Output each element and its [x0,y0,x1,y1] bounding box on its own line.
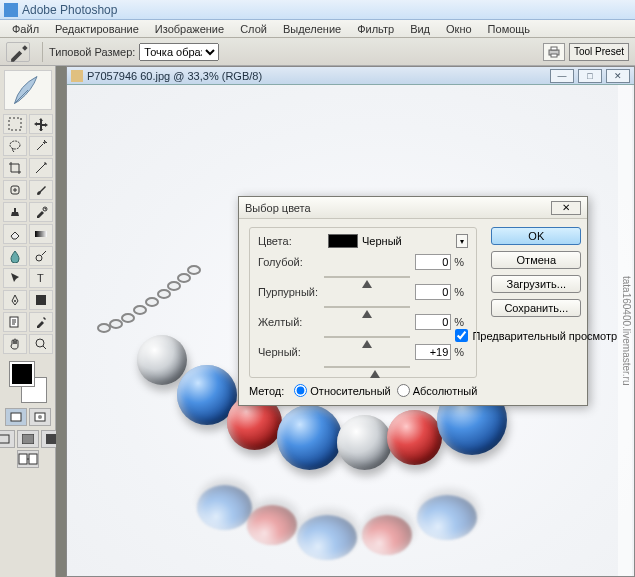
svg-point-10 [36,255,42,261]
wand-tool-icon[interactable] [29,136,53,156]
cancel-button[interactable]: Отмена [491,251,581,269]
yellow-value-input[interactable] [415,314,451,330]
eraser-tool-icon[interactable] [3,224,27,244]
path-select-tool-icon[interactable] [3,268,27,288]
magenta-slider[interactable] [324,300,410,314]
method-relative-radio[interactable]: Относительный [294,384,390,397]
document-title: P7057946 60.jpg @ 33,3% (RGB/8) [87,70,546,82]
gradient-tool-icon[interactable] [29,224,53,244]
document-icon [71,70,83,82]
document-titlebar: P7057946 60.jpg @ 33,3% (RGB/8) — □ ✕ [67,67,634,85]
photoshop-icon [4,3,18,17]
crop-tool-icon[interactable] [3,158,27,178]
svg-rect-1 [551,47,557,50]
svg-text:T: T [37,272,44,284]
print-icon[interactable] [543,43,565,61]
tool-preset-button[interactable]: Tool Preset [569,43,629,61]
app-title: Adobe Photoshop [22,3,117,17]
workspace: P7057946 60.jpg @ 33,3% (RGB/8) — □ ✕ [56,66,635,577]
minimize-button[interactable]: — [550,69,574,83]
svg-rect-16 [11,413,21,421]
blur-tool-icon[interactable] [3,246,27,266]
standard-mode-icon[interactable] [5,408,27,426]
svg-point-18 [38,415,42,419]
photoshop-feather-icon [4,70,52,110]
ok-button[interactable]: OK [491,227,581,245]
color-select-value: Черный [362,235,456,247]
close-button[interactable]: ✕ [606,69,630,83]
magenta-value-input[interactable] [415,284,451,300]
type-tool-icon[interactable]: T [29,268,53,288]
menu-file[interactable]: Файл [4,21,47,37]
options-bar: Типовой Размер: Точка образца Tool Prese… [0,38,635,66]
svg-rect-22 [19,454,27,464]
shape-tool-icon[interactable] [29,290,53,310]
svg-rect-19 [0,435,9,443]
cyan-slider[interactable] [324,270,410,284]
svg-rect-4 [9,118,21,130]
black-value-input[interactable] [415,344,451,360]
menu-view[interactable]: Вид [402,21,438,37]
svg-rect-20 [22,434,34,444]
dialog-title-text: Выбор цвета [245,202,551,214]
menu-image[interactable]: Изображение [147,21,232,37]
eyedropper-tool-icon[interactable] [6,42,30,62]
pen-tool-icon[interactable] [3,290,27,310]
toolbox: T [0,66,56,577]
color-select-dropdown[interactable]: ▾ [456,234,468,248]
screenmode-std-icon[interactable] [0,430,15,448]
menu-help[interactable]: Помощь [480,21,539,37]
menu-edit[interactable]: Редактирование [47,21,147,37]
svg-point-5 [10,141,20,149]
notes-tool-icon[interactable] [3,312,27,332]
history-brush-tool-icon[interactable] [29,202,53,222]
colors-label: Цвета: [258,235,328,247]
dodge-tool-icon[interactable] [29,246,53,266]
menu-window[interactable]: Окно [438,21,480,37]
magenta-pct: % [454,286,468,298]
move-tool-icon[interactable] [29,114,53,134]
cyan-value-input[interactable] [415,254,451,270]
eyedropper-small-icon[interactable] [29,312,53,332]
menu-layer[interactable]: Слой [232,21,275,37]
watermark-text: tata160400.livemaster.ru [618,85,632,576]
screenmode-full-icon[interactable] [17,430,39,448]
magenta-label: Пурпурный: [258,286,324,298]
maximize-button[interactable]: □ [578,69,602,83]
healing-brush-tool-icon[interactable] [3,180,27,200]
yellow-slider[interactable] [324,330,410,344]
preview-checkbox[interactable]: Предварительный просмотр [455,329,617,342]
cyan-label: Голубой: [258,256,324,268]
chain-image [87,265,227,355]
svg-point-12 [14,300,16,302]
sample-size-select[interactable]: Точка образца [139,43,219,61]
black-label: Черный: [258,346,324,358]
menu-filter[interactable]: Фильтр [349,21,402,37]
menu-select[interactable]: Выделение [275,21,349,37]
dialog-close-button[interactable]: ✕ [551,201,581,215]
quickmask-mode-icon[interactable] [29,408,51,426]
lasso-tool-icon[interactable] [3,136,27,156]
clone-stamp-tool-icon[interactable] [3,202,27,222]
hand-tool-icon[interactable] [3,334,27,354]
method-absolute-radio[interactable]: Абсолютный [397,384,478,397]
slice-tool-icon[interactable] [29,158,53,178]
brush-tool-icon[interactable] [29,180,53,200]
svg-rect-23 [29,454,37,464]
selective-color-dialog: Выбор цвета ✕ Цвета: Черный ▾ Голуб [238,196,588,406]
svg-point-15 [36,339,44,347]
save-button[interactable]: Сохранить... [491,299,581,317]
load-button[interactable]: Загрузить... [491,275,581,293]
jump-to-imageready-icon[interactable] [17,450,39,468]
app-titlebar: Adobe Photoshop [0,0,635,20]
marquee-tool-icon[interactable] [3,114,27,134]
zoom-tool-icon[interactable] [29,334,53,354]
yellow-label: Желтый: [258,316,324,328]
method-label: Метод: [249,385,284,397]
cyan-pct: % [454,256,468,268]
menubar: Файл Редактирование Изображение Слой Выд… [0,20,635,38]
black-slider[interactable] [324,360,410,374]
foreground-background-swatch[interactable] [6,360,50,404]
foreground-color-swatch[interactable] [10,362,34,386]
yellow-pct: % [454,316,468,328]
